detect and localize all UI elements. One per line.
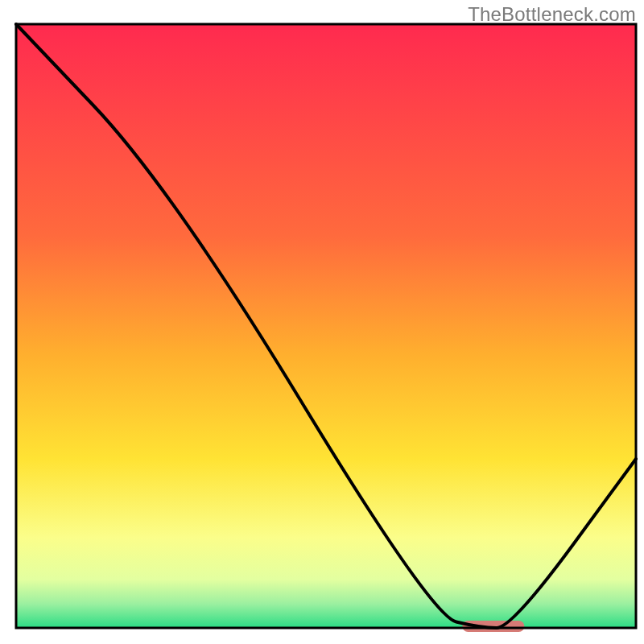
chart-container: TheBottleneck.com (0, 0, 644, 644)
plot-background (16, 24, 636, 628)
watermark-text: TheBottleneck.com (468, 3, 636, 26)
bottleneck-chart (0, 0, 644, 644)
